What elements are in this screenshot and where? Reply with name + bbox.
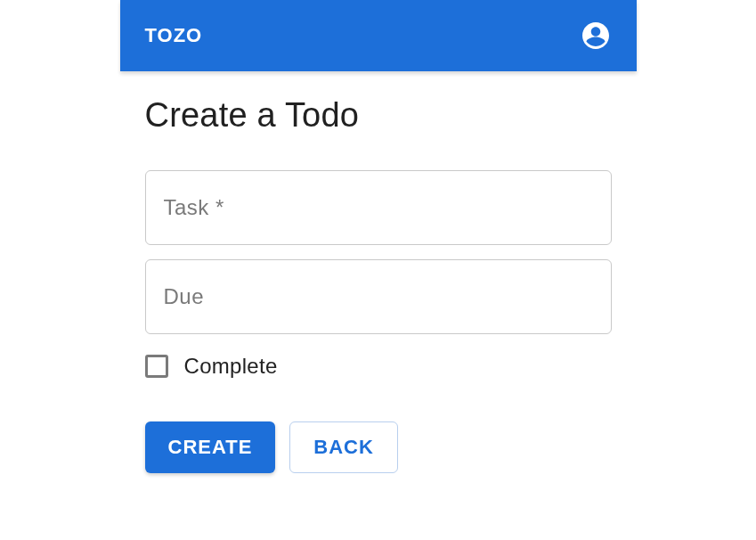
app-header: TOZO xyxy=(120,0,637,71)
brand-logo: TOZO xyxy=(145,24,203,47)
complete-checkbox[interactable] xyxy=(145,355,168,378)
page-content: Create a Todo Complete CREATE BACK xyxy=(120,71,637,473)
complete-row: Complete xyxy=(145,354,612,379)
task-input[interactable] xyxy=(145,170,612,245)
complete-label: Complete xyxy=(184,354,278,379)
action-buttons: CREATE BACK xyxy=(145,421,612,473)
back-button[interactable]: BACK xyxy=(289,421,398,473)
account-icon[interactable] xyxy=(580,20,612,52)
app-container: TOZO Create a Todo Complete CREATE BACK xyxy=(120,0,637,473)
due-input[interactable] xyxy=(145,259,612,334)
task-field xyxy=(145,170,612,245)
create-button[interactable]: CREATE xyxy=(145,421,276,473)
due-field xyxy=(145,259,612,334)
page-title: Create a Todo xyxy=(145,96,612,135)
